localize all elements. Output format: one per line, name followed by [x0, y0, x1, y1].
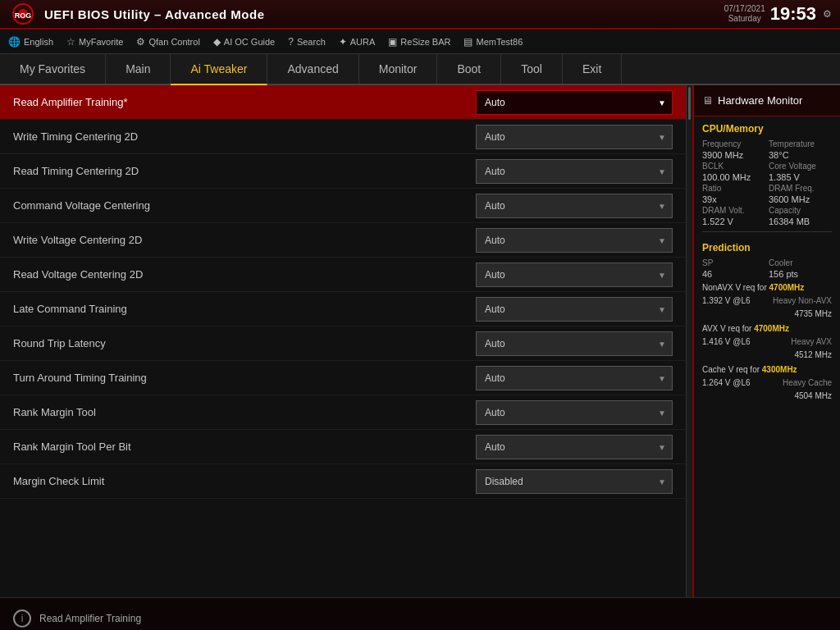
tab-boot[interactable]: Boot	[437, 54, 501, 84]
toolbar-aura[interactable]: ✦ AURA	[339, 36, 376, 48]
tab-favorites[interactable]: My Favorites	[0, 54, 106, 84]
hardware-monitor-header: 🖥 Hardware Monitor	[694, 85, 840, 116]
setting-row-write-voltage-2d: Write Voltage Centering 2D AutoEnabledDi…	[0, 223, 686, 258]
setting-row-rank-margin: Rank Margin Tool AutoEnabledDisabled ▼	[0, 395, 686, 430]
settings-panel: Read Amplifier Training* AutoEnabledDisa…	[0, 85, 686, 597]
toolbar-resizebar[interactable]: ▣ ReSize BAR	[388, 36, 450, 48]
dram-freq-label: DRAM Freq.	[769, 184, 832, 193]
setting-row-late-cmd: Late Command Training AutoEnabledDisable…	[0, 292, 686, 326]
toolbar-memtest[interactable]: ▤ MemTest86	[463, 36, 523, 48]
setting-row-read-voltage-2d: Read Voltage Centering 2D AutoEnabledDis…	[0, 258, 686, 292]
hw-divider	[702, 231, 832, 232]
setting-dropdown-read-timing-2d[interactable]: AutoEnabledDisabled ▼	[476, 159, 673, 184]
heavy-cache-freq: 4504 MHz	[702, 390, 832, 403]
settings-icon[interactable]: ⚙	[823, 8, 832, 20]
setting-label-rank-margin-bit: Rank Margin Tool Per Bit	[13, 441, 476, 453]
toolbar-search[interactable]: ? Search	[288, 36, 326, 48]
search-icon: ?	[288, 36, 294, 48]
setting-dropdown-turn-around[interactable]: AutoEnabledDisabled ▼	[476, 366, 673, 390]
monitor-icon: 🖥	[702, 94, 713, 107]
setting-dropdown-margin-check[interactable]: DisabledAutoEnabled ▼	[476, 469, 673, 494]
setting-dropdown-read-voltage-2d[interactable]: AutoEnabledDisabled ▼	[476, 262, 673, 287]
ai-icon: ◆	[213, 36, 221, 48]
sp-value: 46	[702, 269, 765, 279]
setting-dropdown-write-timing-2d[interactable]: AutoEnabledDisabled ▼	[476, 125, 673, 149]
toolbar-language[interactable]: 🌐 English	[8, 36, 53, 48]
core-voltage-label: Core Voltage	[769, 162, 832, 171]
heavy-nonavx-label: Heavy Non-AVX	[773, 294, 832, 308]
setting-row-cmd-voltage: Command Voltage Centering AutoEnabledDis…	[0, 189, 686, 223]
heavy-avx-freq: 4512 MHz	[702, 349, 832, 362]
setting-select-cmd-voltage[interactable]: AutoEnabledDisabled	[476, 194, 673, 218]
setting-label-late-cmd: Late Command Training	[13, 303, 476, 315]
hardware-monitor-title: Hardware Monitor	[718, 94, 802, 107]
tab-monitor[interactable]: Monitor	[359, 54, 438, 84]
setting-dropdown-round-trip[interactable]: AutoEnabledDisabled ▼	[476, 331, 673, 356]
setting-dropdown-rank-margin-bit[interactable]: AutoEnabledDisabled ▼	[476, 435, 673, 459]
prediction-grid: SP Cooler 46 156 pts	[694, 257, 840, 281]
nonavx-row: NonAVX V req for 4700MHz 1.392 V @L6 Hea…	[694, 281, 840, 322]
setting-dropdown-read-amp[interactable]: AutoEnabledDisabled ▼	[476, 90, 673, 115]
setting-row-round-trip: Round Trip Latency AutoEnabledDisabled ▼	[0, 326, 686, 361]
setting-select-write-voltage-2d[interactable]: AutoEnabledDisabled	[476, 228, 673, 253]
capacity-value: 16384 MB	[769, 217, 832, 226]
toolbar-aioc[interactable]: ◆ AI OC Guide	[213, 36, 275, 48]
setting-dropdown-write-voltage-2d[interactable]: AutoEnabledDisabled ▼	[476, 228, 673, 253]
avx-freq: 4700MHz	[754, 324, 789, 333]
setting-label-read-voltage-2d: Read Voltage Centering 2D	[13, 268, 476, 281]
tab-tool[interactable]: Tool	[501, 54, 563, 84]
setting-dropdown-cmd-voltage[interactable]: AutoEnabledDisabled ▼	[476, 194, 673, 218]
tab-exit[interactable]: Exit	[563, 54, 622, 84]
setting-dropdown-late-cmd[interactable]: AutoEnabledDisabled ▼	[476, 297, 673, 322]
star-icon: ☆	[66, 36, 75, 48]
setting-label-round-trip: Round Trip Latency	[13, 337, 476, 349]
setting-select-write-timing-2d[interactable]: AutoEnabledDisabled	[476, 125, 673, 149]
setting-dropdown-rank-margin[interactable]: AutoEnabledDisabled ▼	[476, 400, 673, 425]
tab-aitweaker[interactable]: Ai Tweaker	[171, 54, 267, 85]
temperature-label: Temperature	[769, 139, 832, 148]
cache-row: Cache V req for 4300MHz 1.264 V @L6 Heav…	[694, 363, 840, 404]
setting-select-read-timing-2d[interactable]: AutoEnabledDisabled	[476, 159, 673, 184]
cpu-memory-section-title: CPU/Memory	[694, 116, 840, 138]
heavy-nonavx-freq: 4735 MHz	[702, 308, 832, 321]
setting-select-late-cmd[interactable]: AutoEnabledDisabled	[476, 297, 673, 322]
nonavx-voltage: 1.392 V @L6	[702, 294, 751, 308]
bios-date: 07/17/2021 Saturday	[724, 4, 765, 24]
setting-select-margin-check[interactable]: DisabledAutoEnabled	[476, 469, 673, 494]
cooler-label: Cooler	[769, 258, 832, 267]
ratio-label: Ratio	[702, 184, 765, 193]
setting-label-turn-around: Turn Around Timing Training	[13, 372, 476, 384]
hardware-monitor-panel: 🖥 Hardware Monitor CPU/Memory Frequency …	[692, 85, 840, 597]
info-text: Read Amplifier Training	[39, 613, 141, 624]
setting-select-read-voltage-2d[interactable]: AutoEnabledDisabled	[476, 262, 673, 287]
setting-label-cmd-voltage: Command Voltage Centering	[13, 199, 476, 212]
frequency-label: Frequency	[702, 139, 765, 148]
tab-main[interactable]: Main	[106, 54, 171, 84]
dram-freq-value: 3600 MHz	[769, 194, 832, 204]
toolbar-qfan[interactable]: ⚙ Qfan Control	[136, 36, 199, 48]
aura-icon: ✦	[339, 36, 347, 48]
svg-text:ROG: ROG	[15, 11, 32, 20]
mem-icon: ▤	[463, 36, 472, 48]
bios-header: ROG UEFI BIOS Utility – Advanced Mode 07…	[0, 0, 840, 30]
setting-select-rank-margin-bit[interactable]: AutoEnabledDisabled	[476, 435, 673, 459]
main-layout: Read Amplifier Training* AutoEnabledDisa…	[0, 85, 840, 597]
nav-tabs: My Favorites Main Ai Tweaker Advanced Mo…	[0, 54, 840, 85]
setting-select-round-trip[interactable]: AutoEnabledDisabled	[476, 331, 673, 356]
scrollbar[interactable]	[686, 85, 692, 597]
nonavx-freq: 4700MHz	[769, 283, 805, 292]
cache-freq: 4300MHz	[762, 365, 797, 374]
setting-row-read-timing-2d: Read Timing Centering 2D AutoEnabledDisa…	[0, 154, 686, 189]
toolbar-myfavorite[interactable]: ☆ MyFavorite	[66, 36, 123, 48]
setting-label-read-timing-2d: Read Timing Centering 2D	[13, 165, 476, 177]
setting-row-read-amp: Read Amplifier Training* AutoEnabledDisa…	[0, 85, 686, 120]
setting-select-rank-margin[interactable]: AutoEnabledDisabled	[476, 400, 673, 425]
avx-row: AVX V req for 4700MHz 1.416 V @L6 Heavy …	[694, 322, 840, 363]
setting-select-read-amp[interactable]: AutoEnabledDisabled	[476, 90, 673, 115]
tab-advanced[interactable]: Advanced	[267, 54, 358, 84]
setting-label-write-voltage-2d: Write Voltage Centering 2D	[13, 234, 476, 246]
info-icon: i	[13, 609, 31, 628]
setting-select-turn-around[interactable]: AutoEnabledDisabled	[476, 366, 673, 390]
setting-row-turn-around: Turn Around Timing Training AutoEnabledD…	[0, 361, 686, 395]
setting-label-margin-check: Margin Check Limit	[13, 475, 476, 487]
